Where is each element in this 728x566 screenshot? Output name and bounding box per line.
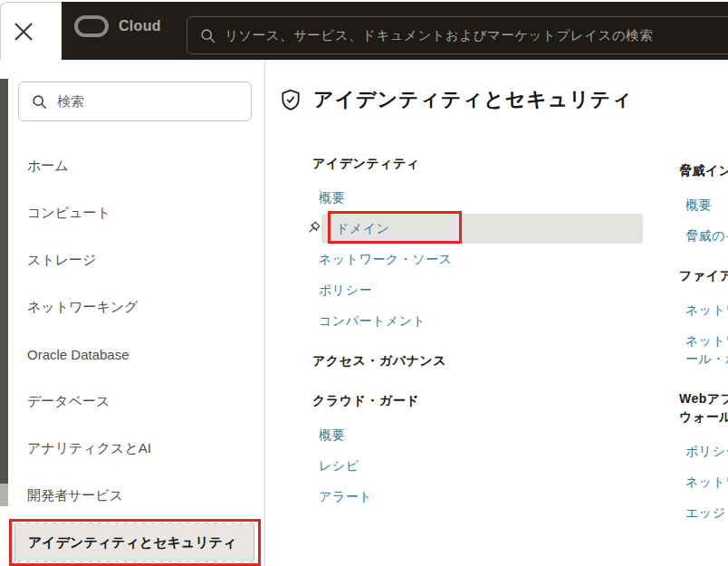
menu-link[interactable]: 概要 (685, 196, 712, 214)
sidebar-item-label: ホーム (27, 158, 69, 175)
sidebar-item-label: Oracle Database (27, 347, 129, 362)
topbar: Cloud リソース、サービス、ドキュメントおよびマーケットプレイスの検索 (62, 2, 728, 60)
pin-icon[interactable] (304, 220, 321, 237)
menu-link[interactable]: 概要 (319, 426, 345, 444)
search-icon (200, 28, 216, 43)
menu-column: アイデンティティ概要ドメインネットワーク・ソースポリシーコンパートメントアクセス… (312, 154, 656, 527)
oracle-cloud-console: Cloud リソース、サービス、ドキュメントおよびマーケットプレイスの検索 検索… (0, 0, 728, 566)
menu-link[interactable]: ドメイン (336, 219, 389, 237)
menu-section: アイデンティティ概要ドメインネットワーク・ソースポリシーコンパートメント (312, 154, 656, 330)
menu-link-row: ネットワーク・ファイアウォ ール・ポリシー (685, 331, 728, 368)
sidebar-item[interactable]: ホーム (0, 142, 265, 189)
section-heading: 脅威インテリジェンス (679, 161, 728, 179)
sidebar-scrollbar-track[interactable] (0, 484, 8, 506)
menu-link-row: ネットワーク・アドレス・リスト (685, 473, 728, 491)
section-heading: アイデンティティ (312, 154, 656, 172)
sidebar-item-label: 開発者サービス (27, 487, 123, 504)
sidebar-item[interactable]: 開発者サービス (0, 472, 265, 519)
page-title: アイデンティティとセキュリティ (313, 86, 633, 113)
sidebar-search-placeholder: 検索 (57, 93, 84, 110)
section-heading: クラウド・ガード (312, 391, 656, 409)
section-heading: アクセス・ガバナンス (312, 351, 656, 369)
menu-section: クラウド・ガード概要レシピアラート (312, 391, 656, 505)
sidebar-item-label: データベース (27, 393, 110, 410)
menu-link-row: レシピ (319, 456, 656, 475)
menu-link[interactable]: レシピ (319, 456, 359, 475)
menu-link-row: 脅威のインジケータ (685, 226, 728, 245)
sidebar-item-label: アナリティクスとAI (27, 440, 151, 457)
sidebar-item-label: コンピュート (27, 205, 110, 222)
menu-link[interactable]: ポリシー (319, 281, 372, 299)
menu-link-row: コンパートメント (319, 312, 656, 330)
menu-link[interactable]: エッジ・ポリシー (685, 504, 728, 522)
sidebar-item[interactable]: データベース (0, 378, 265, 425)
menu-link-row: 概要 (319, 426, 656, 444)
menu-link-row: ネットワーク・ファイアウォール (685, 301, 728, 319)
menu-section: 脅威インテリジェンス概要脅威のインジケータ (679, 161, 728, 245)
menu-link-row: アラート (319, 487, 656, 505)
menu-link[interactable]: ネットワーク・ファイアウォール (685, 301, 728, 319)
security-shield-icon (279, 88, 302, 111)
menu-column: 脅威インテリジェンス概要脅威のインジケータファイアウォールネットワーク・ファイア… (679, 161, 728, 543)
menu-link[interactable]: ネットワーク・ファイアウォ ール・ポリシー (685, 331, 728, 368)
menu-link[interactable]: ポリシー (685, 442, 728, 460)
menu-link[interactable]: アラート (319, 487, 372, 505)
sidebar-nav-list: ホームコンピュートストレージネットワーキングOracle Databaseデータ… (0, 142, 265, 566)
menu-link-row: ネットワーク・ソース (319, 250, 656, 268)
global-search-input[interactable]: リソース、サービス、ドキュメントおよびマーケットプレイスの検索 (187, 16, 728, 54)
menu-close-button[interactable] (0, 2, 62, 60)
sidebar-item-selected[interactable]: アイデンティティとセキュリティ (14, 523, 254, 562)
menu-link-row: ポリシー (319, 281, 656, 299)
sidebar-scrollbar-thumb[interactable] (0, 79, 8, 484)
search-icon (32, 94, 47, 110)
menu-link[interactable]: 脅威のインジケータ (685, 226, 728, 245)
sidebar-item[interactable]: ネットワーキング (0, 283, 265, 331)
brand-logo: Cloud (74, 15, 161, 37)
menu-link-row: ドメイン (321, 214, 643, 244)
sidebar-item[interactable]: アナリティクスとAI (0, 425, 265, 472)
sidebar-item-label: ネットワーキング (27, 299, 138, 316)
menu-link-row: 概要 (319, 188, 656, 206)
sidebar-item[interactable]: ストレージ (0, 236, 265, 283)
sidebar-search-input[interactable]: 検索 (18, 82, 252, 121)
oracle-o-icon (74, 15, 109, 37)
sidebar-item[interactable]: コンピュート (0, 189, 265, 236)
global-search-placeholder: リソース、サービス、ドキュメントおよびマーケットプレイスの検索 (225, 27, 653, 44)
menu-link[interactable]: ネットワーク・アドレス・リスト (685, 473, 728, 491)
nav-sidebar: 検索 ホームコンピュートストレージネットワーキングOracle Database… (0, 60, 265, 566)
sidebar-item[interactable]: Oracle Database (0, 331, 265, 378)
menu-section: Webアプリケーション・ファイア ウォールポリシーネットワーク・アドレス・リスト… (679, 389, 728, 522)
menu-link-row: ポリシー (685, 442, 728, 460)
menu-link-row: 概要 (685, 196, 728, 214)
sidebar-item-label: アイデンティティとセキュリティ (28, 534, 236, 552)
menu-link[interactable]: 概要 (319, 188, 345, 206)
menu-section: アクセス・ガバナンス (312, 351, 656, 369)
menu-section: ファイアウォールネットワーク・ファイアウォールネットワーク・ファイアウォ ール・… (679, 266, 728, 368)
menu-link-row: エッジ・ポリシー (685, 504, 728, 522)
brand-label: Cloud (119, 18, 161, 34)
menu-link[interactable]: コンパートメント (319, 312, 426, 330)
section-heading: Webアプリケーション・ファイア ウォール (679, 389, 728, 426)
section-heading: ファイアウォール (679, 266, 728, 284)
sidebar-item-label: ストレージ (27, 252, 96, 269)
menu-link[interactable]: ネットワーク・ソース (319, 250, 452, 268)
close-icon (12, 20, 35, 43)
page-header: アイデンティティとセキュリティ (279, 86, 633, 113)
sidebar-item[interactable]: アイデンティティとセキュリティ (0, 519, 265, 566)
